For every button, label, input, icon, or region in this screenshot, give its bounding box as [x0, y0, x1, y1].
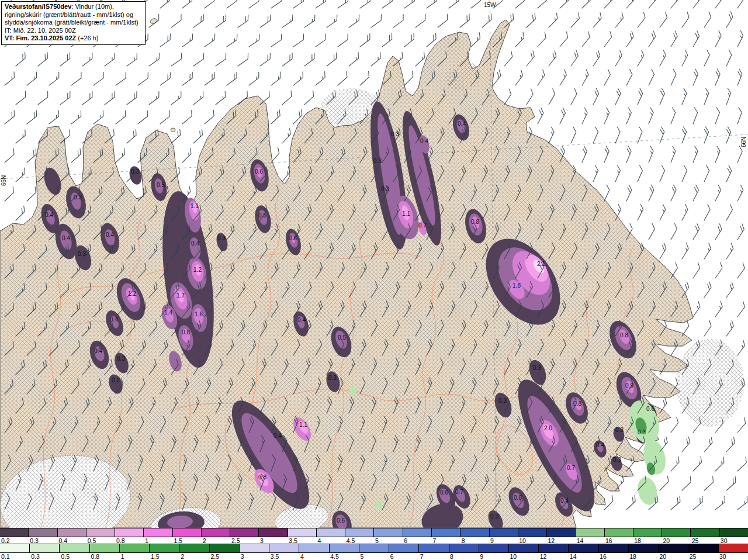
colorbar-tick-label: 2.5 [230, 537, 259, 544]
colorbar-swatch [629, 544, 659, 552]
colorbar-swatch [599, 544, 629, 552]
colorbar-swatch [691, 528, 719, 537]
colorbar-swatch [539, 544, 569, 552]
colorbar-swatch [317, 528, 345, 537]
precip-value-label: 0.7 [418, 222, 427, 229]
colorbar-tick-label: 4.5 [329, 553, 359, 560]
colorbar-tick-label: 18 [633, 537, 662, 544]
precip-value-label: 0.8 [182, 329, 190, 336]
colorbar-swatch [569, 544, 598, 552]
colorbar-swatch [403, 528, 432, 537]
colorbar-tick-label: 3.5 [269, 553, 299, 560]
colorbar-swatch [173, 528, 202, 537]
precip-value-label: 2.0 [544, 425, 552, 431]
precip-value-label: 0.4 [62, 235, 70, 241]
precip-value-label: 0.7 [455, 489, 463, 495]
precip-value-label: 0.3 [490, 513, 498, 520]
colorbar-tick-label: 12 [539, 553, 569, 560]
colorbar-swatch [0, 528, 29, 537]
precip-value-label: 0.8 [573, 400, 581, 407]
colorbar-tick-label: 0.8 [115, 537, 144, 544]
colorbar-swatch [719, 544, 748, 552]
colorbar-sleet-swatches [0, 528, 748, 537]
colorbar-tick-label: 18 [628, 553, 658, 560]
weather-map-svg: 15W 66N 66N [0, 0, 748, 528]
precip-value-label: 1.7 [176, 292, 185, 299]
colorbar-tick-label: 3 [259, 537, 288, 544]
colorbar-swatch [688, 544, 718, 552]
colorbar-sleet-ticks: 0.20.30.40.50.811.522.533.544.5567891012… [0, 537, 748, 544]
colorbar-tick-label: 0.4 [57, 537, 86, 544]
precip-value-label: 1.2 [193, 267, 202, 273]
precip-value-label: 0.4 [45, 212, 53, 218]
colorbar-tick-label: 3.5 [288, 537, 316, 544]
colorbar-swatch [230, 528, 259, 537]
precip-value-label: 0.4 [458, 120, 466, 127]
colorbar-swatch [210, 544, 240, 552]
colorbar-swatch [90, 544, 120, 552]
colorbar-tick-label: 9 [489, 537, 518, 544]
colorbar-tick-label: 8 [460, 537, 489, 544]
precip-value-label: 0.3 [117, 355, 125, 362]
parallel-label-right: 66N [740, 137, 747, 147]
colorbar-swatch [120, 544, 150, 552]
colorbar-tick-label: 6 [403, 537, 431, 544]
precip-value-label: 0.3 [381, 186, 389, 192]
precip-value-label: 0.8 [620, 332, 628, 338]
precip-value-label: 0.3 [533, 365, 541, 371]
precip-value-label: 1.2 [128, 291, 136, 297]
colorbar-swatch [432, 528, 460, 537]
colorbar-tick-label: 7 [432, 537, 460, 544]
colorbar-tick-label: 16 [604, 537, 633, 544]
precip-value-label: 0.4 [106, 231, 114, 238]
precip-value-label: 0.3 [217, 235, 226, 241]
colorbar-swatch [633, 528, 662, 537]
forecast-info-box: Veðurstofan/IS750dev: Vindur (10m), rign… [1, 1, 146, 45]
precip-value-label: 0.5 [157, 182, 165, 188]
colorbar-tick-label: 16 [598, 553, 628, 560]
colorbar-swatch [330, 544, 359, 552]
precip-value-label: 0.6 [289, 235, 297, 241]
colorbar-tick-label: 4.5 [345, 537, 374, 544]
colorbar-swatch [144, 528, 172, 537]
product-subtitle: : Vindur (10m), [71, 3, 114, 10]
colorbar-tick-label: 10 [518, 537, 546, 544]
valid-time-line: VT: Fim. 23.10.2025 02Z (+26 h) [5, 34, 142, 43]
precip-value-label: 0.3 [373, 158, 382, 164]
colorbar-swatch [299, 544, 329, 552]
colorbar-swatch [518, 528, 547, 537]
colorbar-swatch [86, 528, 115, 537]
colorbar-swatch [30, 544, 60, 552]
precip-value-label: 0.3 [615, 427, 624, 433]
colorbar-swatch [720, 528, 748, 537]
precip-value-label: 0.3 [498, 397, 507, 404]
precip-value-label: 0.5 [338, 334, 346, 341]
precip-value-label: 0.8 [514, 495, 522, 501]
colorbar-swatch [259, 528, 288, 537]
colorbar-sleet-snow: 0.20.30.40.50.811.522.533.544.5567891012… [0, 528, 748, 544]
precip-value-label: 0.8 [258, 474, 266, 481]
colorbar-swatch [150, 544, 179, 552]
precip-value-label: 0.3 [638, 429, 646, 435]
precip-value-label: 0.6 [255, 168, 263, 175]
precip-value-label: 0.7 [567, 465, 575, 471]
colorbar-tick-label: 2.5 [209, 553, 239, 560]
precip-value-label: 0.4 [110, 316, 118, 323]
colorbar-tick-label: 1 [120, 553, 150, 560]
precip-value-label: 0.4 [94, 348, 102, 354]
colorbar-tick-label: 0.2 [0, 537, 29, 544]
map-area: 15W 66N 66N [0, 0, 748, 528]
colorbar-tick-label: 14 [576, 537, 604, 544]
colorbar-tick-label: 7 [419, 553, 449, 560]
colorbar-rain-swatches [0, 544, 748, 553]
colorbar-tick-label: 5 [359, 553, 389, 560]
precip-value-label: 0.4 [560, 497, 569, 504]
precip-value-label: 1.8 [512, 282, 521, 289]
precip-value-label: 1.1 [402, 210, 410, 217]
precip-value-label: 0.3 [78, 251, 86, 257]
colorbar-swatch [359, 544, 389, 552]
precip-value-label: 0.2 [112, 377, 120, 383]
colorbar-swatch [179, 544, 209, 552]
colorbar-tick-label: 25 [691, 537, 719, 544]
valid-time: VT: Fim. 23.10.2025 02Z [5, 34, 76, 42]
